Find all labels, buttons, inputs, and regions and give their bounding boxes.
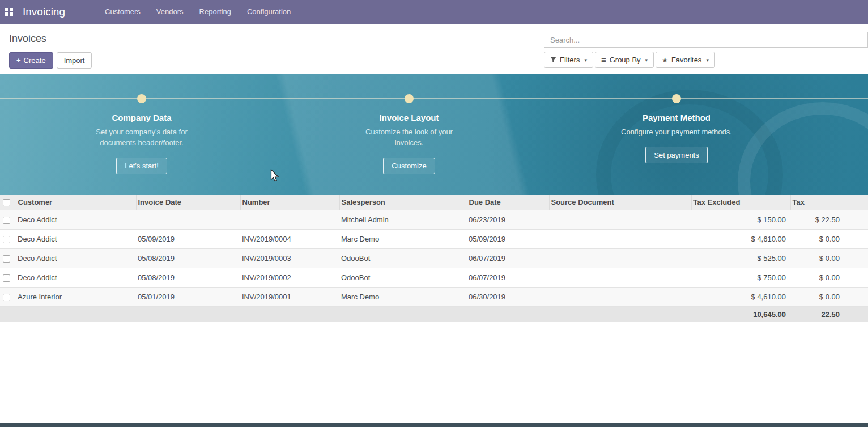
- row-check-cell: [0, 210, 16, 229]
- cell-salesperson: Mitchell Admin: [339, 210, 467, 229]
- column-header-salesperson[interactable]: Salesperson: [339, 195, 467, 210]
- onboarding-step-company-data: Company Data Set your company's data for…: [8, 94, 275, 174]
- cell-invoice-date: [136, 210, 240, 229]
- column-header-tax-excluded[interactable]: Tax Excluded: [691, 195, 790, 210]
- column-header-tax[interactable]: Tax: [790, 195, 868, 210]
- total-tax: 22.50: [790, 306, 868, 322]
- set-payments-button[interactable]: Set payments: [645, 147, 708, 163]
- chevron-down-icon[interactable]: ▾: [645, 57, 648, 63]
- favorites-button[interactable]: ★ Favorites ▾: [656, 52, 715, 68]
- cell-customer: Deco Addict: [16, 248, 136, 268]
- column-header-number[interactable]: Number: [240, 195, 339, 210]
- invoice-row[interactable]: Deco Addict Mitchell Admin 06/23/2019 $ …: [0, 210, 868, 229]
- cell-tax-excluded: $ 525.00: [691, 248, 790, 268]
- star-icon: ★: [662, 56, 668, 64]
- cell-source-document: [549, 268, 691, 287]
- cell-tax: $ 0.00: [790, 268, 868, 287]
- row-checkbox[interactable]: [3, 236, 10, 243]
- step-dot: [405, 94, 414, 103]
- filters-label: Filters: [560, 56, 580, 64]
- select-all-cell: [0, 195, 16, 210]
- bars-icon: ≡: [601, 55, 606, 65]
- cell-invoice-date: 05/09/2019: [136, 229, 240, 248]
- cell-invoice-date: 05/08/2019: [136, 268, 240, 287]
- bottom-strip: [0, 423, 868, 427]
- plus-icon: +: [16, 56, 21, 65]
- invoice-row[interactable]: Azure Interior 05/01/2019 INV/2019/0001 …: [0, 287, 868, 306]
- row-check-cell: [0, 287, 16, 306]
- group-by-button[interactable]: ≡ Group By ▾: [595, 52, 654, 68]
- cell-due-date: 06/07/2019: [467, 248, 549, 268]
- chevron-down-icon[interactable]: ▾: [584, 57, 587, 63]
- select-all-checkbox[interactable]: [3, 199, 10, 206]
- invoices-table: Customer Invoice Date Number Salesperson…: [0, 195, 868, 322]
- step-dot: [137, 94, 146, 103]
- cell-source-document: [549, 287, 691, 306]
- menu-vendors[interactable]: Vendors: [148, 0, 192, 24]
- search-view-buttons: Filters ▾ ≡ Group By ▾ ★ Favorites ▾: [544, 52, 868, 68]
- lets-start-button[interactable]: Let's start!: [116, 158, 167, 174]
- create-button[interactable]: +Create: [9, 52, 53, 69]
- cell-tax-excluded: $ 4,610.00: [691, 229, 790, 248]
- cell-invoice-date: 05/08/2019: [136, 248, 240, 268]
- filters-button[interactable]: Filters ▾: [544, 52, 593, 68]
- breadcrumb: Invoices: [9, 33, 92, 45]
- cell-due-date: 06/23/2019: [467, 210, 549, 229]
- favorites-label: Favorites: [671, 56, 701, 64]
- step-description: Customize the look of your invoices.: [352, 127, 466, 149]
- cell-customer: Deco Addict: [16, 210, 136, 229]
- cell-number: INV/2019/0002: [240, 268, 339, 287]
- cell-customer: Azure Interior: [16, 287, 136, 306]
- cell-due-date: 06/30/2019: [467, 287, 549, 306]
- menu-configuration[interactable]: Configuration: [239, 0, 299, 24]
- cell-salesperson: OdooBot: [339, 248, 467, 268]
- search-input[interactable]: [544, 32, 868, 48]
- column-header-source-document[interactable]: Source Document: [549, 195, 691, 210]
- create-button-label: Create: [24, 56, 46, 65]
- row-check-cell: [0, 229, 16, 248]
- cell-tax: $ 0.00: [790, 229, 868, 248]
- step-title: Company Data: [8, 113, 275, 122]
- top-navbar: Invoicing Customers Vendors Reporting Co…: [0, 0, 868, 24]
- filter-icon: [550, 57, 556, 63]
- onboarding-banner: Company Data Set your company's data for…: [0, 74, 868, 195]
- menu-reporting[interactable]: Reporting: [192, 0, 239, 24]
- group-by-label: Group By: [610, 56, 641, 64]
- totals-row: 10,645.00 22.50: [0, 306, 868, 322]
- app-title[interactable]: Invoicing: [23, 6, 65, 18]
- row-checkbox[interactable]: [3, 255, 10, 263]
- chevron-down-icon[interactable]: ▾: [706, 57, 709, 63]
- row-checkbox[interactable]: [3, 274, 10, 282]
- totals-spacer: [0, 306, 691, 322]
- row-checkbox[interactable]: [3, 217, 10, 224]
- cell-customer: Deco Addict: [16, 229, 136, 248]
- cell-number: INV/2019/0004: [240, 229, 339, 248]
- import-button[interactable]: Import: [57, 52, 92, 69]
- row-checkbox[interactable]: [3, 294, 10, 301]
- column-header-due-date[interactable]: Due Date: [467, 195, 549, 210]
- column-header-invoice-date[interactable]: Invoice Date: [136, 195, 240, 210]
- cell-tax: $ 0.00: [790, 287, 868, 306]
- cell-tax-excluded: $ 750.00: [691, 268, 790, 287]
- control-panel: Invoices +Create Import Filters ▾ ≡ Grou…: [0, 24, 868, 74]
- step-title: Payment Method: [543, 113, 810, 122]
- invoice-row[interactable]: Deco Addict 05/08/2019 INV/2019/0003 Odo…: [0, 248, 868, 268]
- cell-number: INV/2019/0001: [240, 287, 339, 306]
- column-header-customer[interactable]: Customer: [16, 195, 136, 210]
- invoice-row[interactable]: Deco Addict 05/09/2019 INV/2019/0004 Mar…: [0, 229, 868, 248]
- table-header-row: Customer Invoice Date Number Salesperson…: [0, 195, 868, 210]
- invoice-row[interactable]: Deco Addict 05/08/2019 INV/2019/0002 Odo…: [0, 268, 868, 287]
- mouse-cursor: [270, 169, 280, 183]
- cell-due-date: 05/09/2019: [467, 229, 549, 248]
- cell-tax-excluded: $ 4,610.00: [691, 287, 790, 306]
- step-description: Set your company's data for documents he…: [85, 127, 198, 149]
- cell-source-document: [549, 229, 691, 248]
- menu-customers[interactable]: Customers: [97, 0, 148, 24]
- cell-salesperson: Marc Demo: [339, 287, 467, 306]
- cell-customer: Deco Addict: [16, 268, 136, 287]
- row-check-cell: [0, 268, 16, 287]
- cell-source-document: [549, 210, 691, 229]
- customize-button[interactable]: Customize: [383, 158, 435, 174]
- apps-grid-icon[interactable]: [5, 8, 13, 16]
- cell-salesperson: Marc Demo: [339, 229, 467, 248]
